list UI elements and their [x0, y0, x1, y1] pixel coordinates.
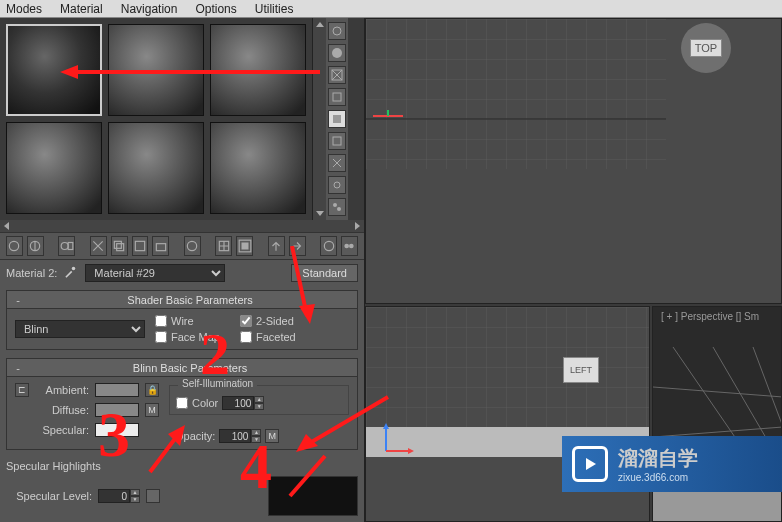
get-material-icon[interactable]: [6, 236, 23, 256]
sample-sidebar: [326, 18, 348, 220]
menu-bar[interactable]: Modes Material Navigation Options Utilit…: [0, 0, 782, 18]
show-end-result-icon[interactable]: [236, 236, 253, 256]
two-sided-checkbox[interactable]: 2-Sided: [240, 315, 296, 327]
scroll-right-icon[interactable]: [355, 222, 360, 230]
sample-uv-icon[interactable]: [328, 88, 346, 106]
sample-slots: [0, 18, 312, 220]
svg-point-1: [332, 48, 342, 58]
menu-navigation[interactable]: Navigation: [121, 2, 178, 16]
specular-highlights-group: Specular Highlights Specular Level: ▲▼: [6, 460, 358, 516]
material-name-dropdown[interactable]: Material #29: [85, 264, 225, 282]
shader-basic-rollout: - Shader Basic Parameters Blinn Wire Fac…: [6, 290, 358, 350]
scroll-down-icon[interactable]: [316, 211, 324, 216]
sample-type-icon[interactable]: [328, 22, 346, 40]
viewcube-top[interactable]: TOP: [681, 23, 731, 73]
specular-level-map-button[interactable]: [146, 489, 160, 503]
svg-rect-15: [135, 241, 144, 250]
reset-map-icon[interactable]: [90, 236, 107, 256]
face-map-checkbox[interactable]: Face Map: [155, 331, 220, 343]
put-to-library-icon[interactable]: [152, 236, 169, 256]
specular-level-spinner[interactable]: ▲▼: [98, 489, 140, 503]
sample-slot-4[interactable]: [6, 122, 102, 214]
viewcube-left[interactable]: LEFT: [563, 357, 599, 383]
opacity-spinner[interactable]: ▲▼: [219, 429, 261, 443]
video-color-icon[interactable]: [328, 110, 346, 128]
go-forward-icon[interactable]: [289, 236, 306, 256]
self-illumination-group: Self-Illumination Color ▲▼: [169, 385, 349, 415]
pick-material-icon[interactable]: [320, 236, 337, 256]
svg-rect-4: [333, 115, 341, 123]
grid-icon: [366, 19, 666, 169]
menu-utilities[interactable]: Utilities: [255, 2, 294, 16]
sample-slot-3[interactable]: [210, 24, 306, 116]
collapse-icon[interactable]: -: [13, 362, 23, 374]
svg-rect-3: [333, 93, 341, 101]
axis-gizmo-icon: [376, 421, 416, 461]
assign-to-selection-icon[interactable]: [58, 236, 75, 256]
rollout-title: Shader Basic Parameters: [29, 294, 351, 306]
material-id-icon[interactable]: [184, 236, 201, 256]
self-illum-color-checkbox[interactable]: Color: [176, 397, 218, 409]
svg-point-21: [324, 241, 333, 250]
eyedropper-icon[interactable]: [63, 265, 79, 281]
svg-point-9: [10, 241, 19, 250]
svg-point-11: [61, 243, 68, 250]
viewport-top[interactable]: TOP: [365, 18, 782, 304]
svg-rect-20: [241, 243, 248, 250]
show-map-icon[interactable]: [215, 236, 232, 256]
collapse-icon[interactable]: -: [13, 294, 23, 306]
options-icon[interactable]: [328, 154, 346, 172]
make-preview-icon[interactable]: [328, 132, 346, 150]
viewport-area: TOP LEFT [ + ] Perspective [] Sm: [365, 18, 782, 522]
svg-point-7: [333, 203, 337, 207]
scroll-left-icon[interactable]: [4, 222, 9, 230]
specular-swatch[interactable]: [95, 423, 139, 437]
menu-material[interactable]: Material: [60, 2, 103, 16]
material-map-nav-icon[interactable]: [328, 198, 346, 216]
ambient-label: Ambient:: [35, 384, 89, 396]
scroll-up-icon[interactable]: [316, 22, 324, 27]
background-icon[interactable]: [328, 66, 346, 84]
ambient-swatch[interactable]: [95, 383, 139, 397]
svg-point-22: [345, 244, 350, 249]
make-copy-icon[interactable]: [111, 236, 128, 256]
svg-point-6: [334, 182, 340, 188]
svg-rect-25: [366, 19, 666, 169]
make-unique-icon[interactable]: [132, 236, 149, 256]
material-map-browser-icon[interactable]: [341, 236, 358, 256]
select-by-material-icon[interactable]: [328, 176, 346, 194]
brand-url: zixue.3d66.com: [618, 472, 698, 483]
highlight-curve: [268, 476, 358, 516]
sample-vscroll[interactable]: [312, 18, 326, 220]
shader-type-dropdown[interactable]: Blinn: [15, 320, 145, 338]
material-editor-panel: Material 2: Material #29 Standard - Shad…: [0, 18, 365, 522]
brand-chinese: 溜溜自学: [618, 445, 698, 472]
faceted-checkbox[interactable]: Faceted: [240, 331, 296, 343]
sample-slot-1[interactable]: [6, 24, 102, 116]
svg-rect-13: [114, 241, 121, 248]
opacity-map-button[interactable]: M: [265, 429, 279, 443]
go-to-parent-icon[interactable]: [268, 236, 285, 256]
menu-modes[interactable]: Modes: [6, 2, 42, 16]
self-illum-spinner[interactable]: ▲▼: [222, 396, 264, 410]
wire-checkbox[interactable]: Wire: [155, 315, 220, 327]
sample-hscroll[interactable]: [0, 220, 364, 232]
lock-icon[interactable]: 🔒: [145, 383, 159, 397]
material-type-button[interactable]: Standard: [291, 264, 358, 282]
rollout-header-blinn[interactable]: - Blinn Basic Parameters: [7, 359, 357, 377]
rollout-header-shader[interactable]: - Shader Basic Parameters: [7, 291, 357, 309]
diffuse-swatch[interactable]: [95, 403, 139, 417]
backlight-icon[interactable]: [328, 44, 346, 62]
sample-slot-5[interactable]: [108, 122, 204, 214]
specular-highlights-title: Specular Highlights: [6, 460, 358, 472]
menu-options[interactable]: Options: [195, 2, 236, 16]
material-name-row: Material 2: Material #29 Standard: [0, 260, 364, 286]
svg-point-23: [349, 244, 354, 249]
diffuse-map-button[interactable]: M: [145, 403, 159, 417]
sample-slot-6[interactable]: [210, 122, 306, 214]
put-to-scene-icon[interactable]: [27, 236, 44, 256]
svg-marker-34: [586, 458, 596, 470]
sample-slot-2[interactable]: [108, 24, 204, 116]
diffuse-label: Diffuse:: [35, 404, 89, 416]
lock-ambient-diffuse-icon[interactable]: ⊏: [15, 383, 29, 397]
